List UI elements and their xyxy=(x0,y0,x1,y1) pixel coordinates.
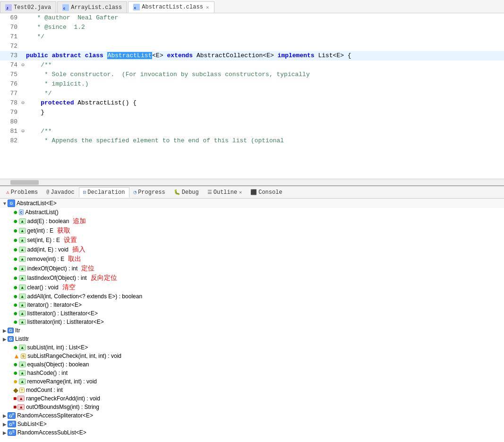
code-line-70: 70 * @since 1.2 xyxy=(0,23,504,32)
tree-item-clear[interactable]: ● ▲ clear() : void 清空 xyxy=(0,283,504,292)
line-num-74: 74 xyxy=(0,61,21,70)
tree-item-set[interactable]: ● ▲ set(int, E) : E 设置 xyxy=(0,235,504,245)
sublist-group-expand-icon[interactable]: ▶ xyxy=(2,422,8,427)
tree-item-indexof[interactable]: ● ▲ indexOf(Object) : int 定位 xyxy=(0,264,504,273)
annotation-indexof: 定位 xyxy=(81,264,94,273)
tree-item-constructor[interactable]: ● c AbstractList() xyxy=(0,208,504,217)
tab-debug[interactable]: 🐛 Debug xyxy=(170,187,203,198)
tree-label-indexof: indexOf(Object) : int xyxy=(27,265,78,272)
line-num-81: 81 xyxy=(0,127,21,136)
tab-outline[interactable]: ☰ Outline ✕ xyxy=(203,187,246,198)
tree-item-sublist[interactable]: ● ▲ subList(int, int) : List<E> xyxy=(0,343,504,352)
horizontal-scrollbar[interactable] xyxy=(0,179,504,185)
icon-m-listiterator-int: ▲ xyxy=(19,319,26,325)
java-file-icon: J xyxy=(5,4,12,11)
icon-m-add-int: ▲ xyxy=(19,247,26,252)
code-line-80: 80 xyxy=(0,117,504,127)
tree-label-equals: equals(Object) : boolean xyxy=(27,361,89,368)
line-code-69: * @author Neal Gafter xyxy=(26,13,504,23)
line-code-75: * Sole constructor. (For invocation by s… xyxy=(26,70,504,79)
tree-item-add[interactable]: ● ▲ add(E) : boolean 追加 xyxy=(0,217,504,226)
tree-label-lastindexof: lastIndexOf(Object) : int xyxy=(27,275,87,281)
line-num-72: 72 xyxy=(0,42,21,51)
tree-item-addall[interactable]: ● ▲ addAll(int, Collection<? extends E>)… xyxy=(0,292,504,301)
tab-javadoc[interactable]: @ Javadoc xyxy=(42,187,78,198)
icon-m-iterator: ▲ xyxy=(19,302,26,308)
tab-problems[interactable]: ⚠ Problems xyxy=(2,187,42,198)
line-code-70: * @since 1.2 xyxy=(26,23,504,32)
tree-item-outofboundsmsg[interactable]: ■ ▲ outOfBoundsMsg(int) : String xyxy=(0,403,504,411)
icon-m-indexof: ▲ xyxy=(19,266,26,271)
itr-expand-icon[interactable]: ▶ xyxy=(2,328,8,333)
tab-test02[interactable]: J Test02.java xyxy=(0,1,56,13)
code-line-79: 79 } xyxy=(0,108,504,117)
code-line-75: 75 * Sole constructor. (For invocation b… xyxy=(0,70,504,79)
tree-item-sublist-group[interactable]: ▶ GS SubList<E> xyxy=(0,420,504,428)
line-num-69: 69 xyxy=(0,13,21,23)
line-num-73: 73 xyxy=(0,51,21,61)
tree-label-listitr: ListItr xyxy=(15,336,29,342)
icon-m-set: ▲ xyxy=(19,237,26,243)
icon-m-add: ▲ xyxy=(19,218,26,224)
svg-text:J: J xyxy=(6,6,9,10)
tab-abstractlist-close[interactable]: ✕ xyxy=(206,4,209,10)
tree-item-iterator[interactable]: ● ▲ iterator() : Iterator<E> xyxy=(0,301,504,309)
icon-s-sublistrangecheck: S xyxy=(21,354,26,359)
dot-green-remove: ● xyxy=(13,255,18,263)
icon-m-outofboundsmsg: ▲ xyxy=(17,404,25,410)
dot-green-hashcode: ● xyxy=(13,369,18,377)
tab-console[interactable]: ⬛ Console xyxy=(246,187,286,198)
tab-progress-label: Progress xyxy=(138,189,165,196)
tree-label-sublist: subList(int, int) : List<E> xyxy=(27,344,88,351)
tree-root[interactable]: ▼ G AbstractList<E> xyxy=(0,199,504,208)
tree-label-hashcode: hashCode() : int xyxy=(27,370,68,376)
dot-green-addall: ● xyxy=(13,293,18,300)
randomaccessspliterator-expand-icon[interactable]: ▶ xyxy=(2,413,8,418)
tab-declaration[interactable]: ⊡ Declaration xyxy=(79,187,129,198)
listitr-expand-icon[interactable]: ▶ xyxy=(2,337,8,342)
tree-item-listitr[interactable]: ▶ G ListItr xyxy=(0,335,504,343)
root-expand-icon[interactable]: ▼ xyxy=(2,201,8,206)
debug-icon: 🐛 xyxy=(174,189,180,195)
icon-m-lastindexof: ▲ xyxy=(19,275,26,281)
progress-icon: ◔ xyxy=(134,189,137,195)
tree-item-removerange[interactable]: ● ▲ removeRange(int, int) : void xyxy=(0,377,504,386)
randomaccesssublist-expand-icon[interactable]: ▶ xyxy=(2,430,8,435)
code-content: 69 * @author Neal Gafter 70 * @since 1.2… xyxy=(0,13,504,146)
tree-item-listiterator-int[interactable]: ● ▲ listIterator(int) : ListIterator<E> xyxy=(0,318,504,326)
tree-item-remove[interactable]: ● ▲ remove(int) : E 取出 xyxy=(0,254,504,264)
dot-green-clear: ● xyxy=(13,284,18,291)
tree-item-hashcode[interactable]: ● ▲ hashCode() : int xyxy=(0,369,504,377)
tree-item-rangecheckforadd[interactable]: ■ ▲ rangeCheckForAdd(int) : void xyxy=(0,394,504,403)
tree-item-add-int[interactable]: ● ▲ add(int, E) : void 插入 xyxy=(0,245,504,254)
tab-progress[interactable]: ◔ Progress xyxy=(129,187,170,198)
tree-item-itr[interactable]: ▶ G Itr xyxy=(0,326,504,335)
tab-outline-close[interactable]: ✕ xyxy=(239,190,242,195)
dot-red-outofboundsmsg: ■ xyxy=(13,404,17,410)
line-code-81: /** xyxy=(26,127,504,136)
tree-item-listiterator[interactable]: ● ▲ listIterator() : ListIterator<E> xyxy=(0,309,504,318)
tree-item-randomaccesssublist[interactable]: ▶ GS RandomAccessSubList<E> xyxy=(0,428,504,437)
tree-label-clear: clear() : void xyxy=(27,284,59,291)
tree-item-randomaccessspliterator[interactable]: ▶ GF RandomAccessSpliterator<E> xyxy=(0,411,504,420)
tree-label-sublist-group: SubList<E> xyxy=(17,421,47,427)
console-icon: ⬛ xyxy=(250,189,257,195)
tree-item-equals[interactable]: ● ▲ equals(Object) : boolean xyxy=(0,360,504,369)
dot-green-add-int: ● xyxy=(13,246,18,253)
line-num-70: 70 xyxy=(0,23,21,32)
annotation-set: 设置 xyxy=(64,236,77,244)
root-class-icon: G xyxy=(8,199,15,207)
tree-item-lastindexof[interactable]: ● ▲ lastIndexOf(Object) : int 反向定位 xyxy=(0,273,504,283)
tab-abstractlist[interactable]: c AbstractList.class ✕ xyxy=(128,1,214,13)
dot-yellow-removerange: ● xyxy=(13,378,18,385)
dot-green-sublist: ● xyxy=(13,344,18,351)
tree-item-get[interactable]: ● ▲ get(int) : E 获取 xyxy=(0,226,504,235)
tab-arraylist[interactable]: c ArrayList.class xyxy=(57,1,127,13)
tree-item-sublistrangecheck[interactable]: ▲ S subListRangeCheck(int, int, int) : v… xyxy=(0,352,504,360)
annotation-clear: 清空 xyxy=(62,283,76,292)
declaration-icon: ⊡ xyxy=(83,189,86,195)
scrollbar-thumb[interactable] xyxy=(10,180,39,185)
tree-item-modcount[interactable]: ◆ T modCount : int xyxy=(0,386,504,394)
tree-label-modcount: modCount : int xyxy=(26,387,63,393)
code-line-81: 81 ⊖ /** xyxy=(0,127,504,136)
